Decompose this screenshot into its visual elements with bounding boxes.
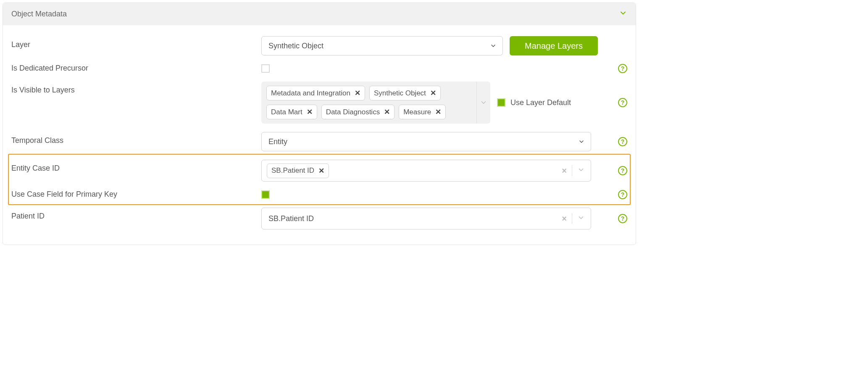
remove-tag-icon[interactable]: ✕ [355,89,360,98]
label-visible: Is Visible to Layers [11,82,261,95]
remove-tag-icon[interactable]: ✕ [435,108,441,116]
help-icon[interactable]: ? [618,98,627,107]
divider [572,213,572,224]
remove-token-icon[interactable]: ✕ [318,166,324,175]
row-layer: Layer Synthetic Object Manage Layers [11,32,627,60]
patient-id-value: SB.Patient ID [265,214,558,223]
help-icon[interactable]: ? [618,137,627,146]
entity-case-id-input[interactable]: SB.Patient ID✕ × [261,160,591,182]
temporal-class-select[interactable]: Entity [261,132,591,151]
patient-id-input[interactable]: SB.Patient ID × [261,208,591,229]
row-entity-case-id: Entity Case ID SB.Patient ID✕ × ? [11,156,627,186]
collapse-icon[interactable] [619,9,627,19]
use-case-pk-checkbox[interactable] [261,190,270,199]
tag-item[interactable]: Metadata and Integration✕ [266,86,365,100]
clear-icon[interactable]: × [562,214,567,224]
object-metadata-panel: Object Metadata Layer Synthetic Object M… [3,3,636,245]
temporal-class-value: Entity [268,137,287,146]
visible-layers-tagbox[interactable]: Metadata and Integration✕ Synthetic Obje… [261,82,490,124]
use-layer-default-label: Use Layer Default [510,98,571,107]
remove-tag-icon[interactable]: ✕ [384,108,390,116]
label-entity-case-id: Entity Case ID [11,160,261,173]
remove-tag-icon[interactable]: ✕ [430,89,436,98]
row-visible: Is Visible to Layers Metadata and Integr… [11,77,627,128]
panel-title: Object Metadata [11,10,67,18]
manage-layers-button[interactable]: Manage Layers [510,36,598,55]
label-use-case-pk: Use Case Field for Primary Key [11,190,261,199]
layer-select[interactable]: Synthetic Object [261,36,503,55]
panel-body: Layer Synthetic Object Manage Layers Is … [3,25,636,245]
divider [572,165,572,176]
label-precursor: Is Dedicated Precursor [11,64,261,73]
tag-item[interactable]: Data Mart✕ [266,105,317,119]
label-patient-id: Patient ID [11,208,261,221]
remove-tag-icon[interactable]: ✕ [307,108,313,116]
row-use-case-pk: Use Case Field for Primary Key ? [11,186,627,203]
panel-header[interactable]: Object Metadata [3,3,636,25]
label-temporal: Temporal Class [11,132,261,145]
layer-select-value: Synthetic Object [268,42,324,50]
token-item[interactable]: SB.Patient ID✕ [267,163,329,178]
chevron-down-icon [578,138,585,145]
use-layer-default-checkbox[interactable] [497,98,505,107]
chevron-down-icon[interactable] [577,214,585,223]
chevron-down-icon[interactable] [577,166,585,175]
tag-item[interactable]: Synthetic Object✕ [369,86,441,100]
tag-item[interactable]: Data Diagnostics✕ [321,105,395,119]
help-icon[interactable]: ? [618,214,627,223]
row-precursor: Is Dedicated Precursor ? [11,60,627,77]
help-icon[interactable]: ? [618,64,627,73]
label-layer: Layer [11,36,261,49]
tagbox-expand-icon[interactable] [476,82,490,124]
row-patient-id: Patient ID SB.Patient ID × ? [11,203,627,234]
help-icon[interactable]: ? [618,166,627,175]
help-icon[interactable]: ? [618,190,627,199]
chevron-down-icon [490,42,497,49]
clear-icon[interactable]: × [562,166,567,176]
row-temporal: Temporal Class Entity ? [11,128,627,156]
precursor-checkbox[interactable] [261,64,270,73]
tag-item[interactable]: Measure✕ [399,105,446,119]
